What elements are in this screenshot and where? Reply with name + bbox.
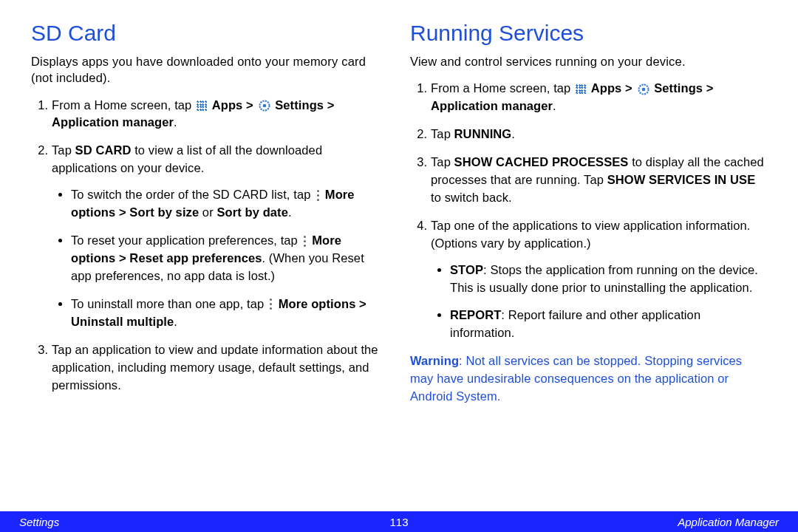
bul1-a: To switch the order of the SD CARD list,… — [71, 188, 314, 201]
warn-a: Warning — [410, 354, 459, 367]
bullet-report: REPORT: Report failure and other applica… — [450, 307, 767, 342]
rstep1-settings: Settings — [654, 81, 703, 95]
rstep-3: Tap SHOW CACHED PROCESSES to display all… — [431, 154, 767, 207]
rstep2-b: RUNNING — [454, 127, 512, 140]
rstep1-gt2: > — [703, 81, 713, 95]
rbul1-a: STOP — [450, 263, 483, 276]
intro-sdcard: Displays apps you have downloaded onto y… — [31, 53, 388, 86]
rstep2-c: . — [511, 127, 515, 140]
bullet-stop: STOP: Stops the application from running… — [450, 262, 767, 297]
settings-gear-icon — [259, 100, 270, 112]
step1-period: . — [174, 115, 177, 129]
step1-apps: Apps — [212, 98, 243, 112]
step-1: From a Home screen, tap Apps > Settings … — [52, 97, 388, 132]
bullet-sort: To switch the order of the SD CARD list,… — [71, 186, 388, 222]
step1-gt1: > — [242, 98, 256, 112]
step-3: Tap an application to view and update in… — [52, 341, 388, 395]
step-2: Tap SD CARD to view a list of all the do… — [52, 142, 388, 330]
rstep-4: Tap one of the applications to view appl… — [431, 217, 767, 343]
rstep1-gt1: > — [621, 81, 635, 95]
bullet-reset: To reset your application preferences, t… — [71, 232, 388, 285]
step2-b: SD CARD — [75, 143, 132, 157]
step1-appmgr: Application manager — [52, 115, 174, 129]
steps-sdcard: From a Home screen, tap Apps > Settings … — [31, 97, 388, 395]
bul1-c: or — [199, 205, 216, 219]
content-columns: SD Card Displays apps you have downloade… — [0, 0, 798, 473]
bul3-a: To uninstall more than one app, tap — [71, 297, 267, 310]
manual-page: SD Card Displays apps you have downloade… — [0, 0, 798, 532]
heading-sdcard: SD Card — [31, 21, 388, 46]
rstep3-d: SHOW SERVICES IN USE — [607, 173, 756, 186]
intro-running: View and control services running on you… — [410, 53, 767, 69]
step1-gt2: > — [324, 98, 334, 112]
bul1-e: . — [288, 205, 292, 219]
rstep-2: Tap RUNNING. — [431, 126, 767, 143]
warn-b: : Not all services can be stopped. Stopp… — [410, 354, 742, 403]
rbul2-a: REPORT — [450, 308, 501, 321]
rstep1-pre: From a Home screen, tap — [431, 81, 574, 95]
rstep3-b: SHOW CACHED PROCESSES — [454, 155, 629, 168]
bul2-a: To reset your application preferences, t… — [71, 233, 301, 247]
apps-grid-icon — [197, 100, 207, 111]
bullet-uninstall: To uninstall more than one app, tap More… — [71, 296, 388, 331]
more-options-icon — [269, 299, 273, 310]
rstep1-period: . — [553, 99, 556, 112]
column-running: Running Services View and control servic… — [410, 21, 767, 473]
step1-settings: Settings — [275, 98, 324, 112]
rstep3-a: Tap — [431, 155, 454, 168]
rstep2-a: Tap — [431, 127, 454, 140]
footer-left: Settings — [19, 516, 59, 528]
column-sdcard: SD Card Displays apps you have downloade… — [31, 21, 388, 473]
steps-running: From a Home screen, tap Apps > Settings … — [410, 80, 767, 342]
apps-grid-icon — [576, 84, 586, 95]
settings-gear-icon — [638, 83, 649, 95]
svg-point-3 — [641, 88, 645, 92]
footer-page-number: 113 — [389, 516, 408, 528]
bul1-d: Sort by date — [216, 205, 288, 219]
step1-text-pre: From a Home screen, tap — [52, 98, 195, 112]
more-options-icon — [303, 236, 307, 248]
rstep1-appmgr: Application manager — [431, 99, 553, 112]
warning-text: Warning: Not all services can be stopped… — [410, 352, 767, 406]
svg-point-1 — [262, 104, 266, 108]
more-options-icon — [316, 190, 320, 202]
rstep1-apps: Apps — [591, 81, 622, 95]
rbul1-b: : Stops the application from running on … — [450, 263, 758, 294]
bul3-c: . — [174, 315, 177, 328]
footer-right: Application Manager — [678, 516, 779, 528]
heading-running: Running Services — [410, 21, 767, 46]
rstep3-e: to switch back. — [431, 191, 512, 204]
rstep-1: From a Home screen, tap Apps > Settings … — [431, 80, 767, 115]
bullets-running: STOP: Stops the application from running… — [431, 262, 767, 343]
rstep4: Tap one of the applications to view appl… — [431, 219, 751, 250]
page-footer: Settings 113 Application Manager — [0, 511, 798, 532]
bullets-sdcard: To switch the order of the SD CARD list,… — [52, 186, 388, 330]
step2-a: Tap — [52, 143, 75, 157]
